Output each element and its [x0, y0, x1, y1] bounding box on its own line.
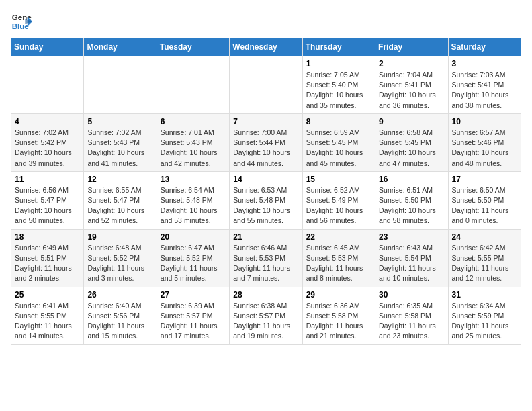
week-row: 1Sunrise: 7:05 AM Sunset: 5:40 PM Daylig…: [11, 56, 521, 114]
day-info: Sunrise: 6:38 AM Sunset: 5:57 PM Dayligh…: [233, 301, 298, 342]
day-number: 7: [233, 117, 298, 126]
column-header-friday: Friday: [375, 38, 448, 56]
calendar-cell: 13Sunrise: 6:54 AM Sunset: 5:48 PM Dayli…: [157, 171, 229, 229]
day-info: Sunrise: 6:36 AM Sunset: 5:58 PM Dayligh…: [306, 301, 371, 342]
week-row: 25Sunrise: 6:41 AM Sunset: 5:55 PM Dayli…: [11, 287, 521, 345]
calendar-cell: 4Sunrise: 7:02 AM Sunset: 5:42 PM Daylig…: [11, 113, 84, 171]
calendar-cell: 19Sunrise: 6:48 AM Sunset: 5:52 PM Dayli…: [84, 229, 157, 287]
day-info: Sunrise: 6:42 AM Sunset: 5:55 PM Dayligh…: [452, 243, 517, 284]
day-info: Sunrise: 7:00 AM Sunset: 5:44 PM Dayligh…: [233, 128, 298, 169]
calendar-cell: 22Sunrise: 6:45 AM Sunset: 5:53 PM Dayli…: [302, 229, 375, 287]
calendar-cell: 8Sunrise: 6:59 AM Sunset: 5:45 PM Daylig…: [302, 113, 375, 171]
day-info: Sunrise: 7:04 AM Sunset: 5:41 PM Dayligh…: [379, 70, 444, 111]
day-info: Sunrise: 6:52 AM Sunset: 5:49 PM Dayligh…: [306, 185, 371, 226]
day-info: Sunrise: 6:40 AM Sunset: 5:56 PM Dayligh…: [87, 301, 152, 342]
day-info: Sunrise: 6:34 AM Sunset: 5:59 PM Dayligh…: [452, 301, 517, 342]
calendar-cell: 11Sunrise: 6:56 AM Sunset: 5:47 PM Dayli…: [11, 171, 84, 229]
calendar-cell: 7Sunrise: 7:00 AM Sunset: 5:44 PM Daylig…: [230, 113, 302, 171]
calendar-cell: 26Sunrise: 6:40 AM Sunset: 5:56 PM Dayli…: [84, 287, 157, 345]
day-info: Sunrise: 6:56 AM Sunset: 5:47 PM Dayligh…: [15, 185, 80, 226]
calendar-cell: 21Sunrise: 6:46 AM Sunset: 5:53 PM Dayli…: [230, 229, 302, 287]
calendar-cell: 1Sunrise: 7:05 AM Sunset: 5:40 PM Daylig…: [302, 56, 375, 114]
calendar-cell: 28Sunrise: 6:38 AM Sunset: 5:57 PM Dayli…: [230, 287, 302, 345]
calendar-cell: 27Sunrise: 6:39 AM Sunset: 5:57 PM Dayli…: [157, 287, 229, 345]
day-number: 18: [15, 232, 80, 242]
calendar-cell: 20Sunrise: 6:47 AM Sunset: 5:52 PM Dayli…: [157, 229, 229, 287]
day-number: 30: [379, 290, 444, 300]
week-row: 18Sunrise: 6:49 AM Sunset: 5:51 PM Dayli…: [11, 229, 521, 287]
calendar-cell: 3Sunrise: 7:03 AM Sunset: 5:41 PM Daylig…: [448, 56, 521, 114]
calendar-cell: 9Sunrise: 6:58 AM Sunset: 5:45 PM Daylig…: [375, 113, 448, 171]
calendar-cell: [230, 56, 302, 114]
day-number: 20: [161, 232, 226, 242]
calendar-cell: 2Sunrise: 7:04 AM Sunset: 5:41 PM Daylig…: [375, 56, 448, 114]
day-number: 13: [161, 175, 226, 184]
calendar-cell: 29Sunrise: 6:36 AM Sunset: 5:58 PM Dayli…: [302, 287, 375, 345]
day-number: 23: [379, 232, 444, 242]
calendar-cell: 31Sunrise: 6:34 AM Sunset: 5:59 PM Dayli…: [448, 287, 521, 345]
day-info: Sunrise: 6:57 AM Sunset: 5:46 PM Dayligh…: [452, 128, 517, 169]
calendar-cell: 18Sunrise: 6:49 AM Sunset: 5:51 PM Dayli…: [11, 229, 84, 287]
day-number: 14: [233, 175, 298, 184]
day-number: 29: [306, 290, 371, 300]
day-number: 1: [306, 59, 371, 68]
week-row: 11Sunrise: 6:56 AM Sunset: 5:47 PM Dayli…: [11, 171, 521, 229]
day-info: Sunrise: 6:35 AM Sunset: 5:58 PM Dayligh…: [379, 301, 444, 342]
day-number: 25: [15, 290, 80, 300]
calendar-cell: 14Sunrise: 6:53 AM Sunset: 5:48 PM Dayli…: [230, 171, 302, 229]
day-number: 2: [379, 59, 444, 68]
column-header-saturday: Saturday: [448, 38, 521, 56]
calendar-cell: 10Sunrise: 6:57 AM Sunset: 5:46 PM Dayli…: [448, 113, 521, 171]
day-number: 21: [233, 232, 298, 242]
day-info: Sunrise: 6:43 AM Sunset: 5:54 PM Dayligh…: [379, 243, 444, 284]
day-info: Sunrise: 6:53 AM Sunset: 5:48 PM Dayligh…: [233, 185, 298, 226]
day-number: 6: [161, 117, 226, 126]
calendar-cell: 5Sunrise: 7:02 AM Sunset: 5:43 PM Daylig…: [84, 113, 157, 171]
day-info: Sunrise: 7:02 AM Sunset: 5:42 PM Dayligh…: [15, 128, 80, 169]
calendar-cell: 16Sunrise: 6:51 AM Sunset: 5:50 PM Dayli…: [375, 171, 448, 229]
calendar-cell: [84, 56, 157, 114]
day-number: 15: [306, 175, 371, 184]
day-number: 28: [233, 290, 298, 300]
day-number: 24: [452, 232, 517, 242]
day-number: 16: [379, 175, 444, 184]
day-info: Sunrise: 6:50 AM Sunset: 5:50 PM Dayligh…: [452, 185, 517, 226]
column-header-sunday: Sunday: [11, 38, 84, 56]
day-info: Sunrise: 6:48 AM Sunset: 5:52 PM Dayligh…: [87, 243, 152, 284]
week-row: 4Sunrise: 7:02 AM Sunset: 5:42 PM Daylig…: [11, 113, 521, 171]
calendar-table: SundayMondayTuesdayWednesdayThursdayFrid…: [11, 38, 521, 345]
calendar-cell: [157, 56, 229, 114]
day-info: Sunrise: 6:39 AM Sunset: 5:57 PM Dayligh…: [161, 301, 226, 342]
calendar-cell: 25Sunrise: 6:41 AM Sunset: 5:55 PM Dayli…: [11, 287, 84, 345]
day-number: 27: [161, 290, 226, 300]
day-number: 19: [87, 232, 152, 242]
logo: General Blue: [11, 11, 32, 32]
day-info: Sunrise: 6:45 AM Sunset: 5:53 PM Dayligh…: [306, 243, 371, 284]
column-header-monday: Monday: [84, 38, 157, 56]
calendar-cell: [11, 56, 84, 114]
column-header-wednesday: Wednesday: [230, 38, 302, 56]
day-info: Sunrise: 6:46 AM Sunset: 5:53 PM Dayligh…: [233, 243, 298, 284]
day-number: 17: [452, 175, 517, 184]
column-header-thursday: Thursday: [302, 38, 375, 56]
day-number: 12: [87, 175, 152, 184]
day-number: 10: [452, 117, 517, 126]
day-info: Sunrise: 6:49 AM Sunset: 5:51 PM Dayligh…: [15, 243, 80, 284]
day-info: Sunrise: 6:59 AM Sunset: 5:45 PM Dayligh…: [306, 128, 371, 169]
logo-icon: General Blue: [11, 11, 32, 32]
day-info: Sunrise: 7:03 AM Sunset: 5:41 PM Dayligh…: [452, 70, 517, 111]
calendar-cell: 15Sunrise: 6:52 AM Sunset: 5:49 PM Dayli…: [302, 171, 375, 229]
page-header: General Blue: [11, 11, 521, 32]
calendar-cell: 6Sunrise: 7:01 AM Sunset: 5:43 PM Daylig…: [157, 113, 229, 171]
day-number: 4: [15, 117, 80, 126]
day-number: 9: [379, 117, 444, 126]
day-number: 3: [452, 59, 517, 68]
calendar-cell: 12Sunrise: 6:55 AM Sunset: 5:47 PM Dayli…: [84, 171, 157, 229]
calendar-cell: 24Sunrise: 6:42 AM Sunset: 5:55 PM Dayli…: [448, 229, 521, 287]
day-number: 26: [87, 290, 152, 300]
day-info: Sunrise: 6:58 AM Sunset: 5:45 PM Dayligh…: [379, 128, 444, 169]
calendar-cell: 30Sunrise: 6:35 AM Sunset: 5:58 PM Dayli…: [375, 287, 448, 345]
day-number: 8: [306, 117, 371, 126]
day-number: 31: [452, 290, 517, 300]
header-row: SundayMondayTuesdayWednesdayThursdayFrid…: [11, 38, 521, 56]
